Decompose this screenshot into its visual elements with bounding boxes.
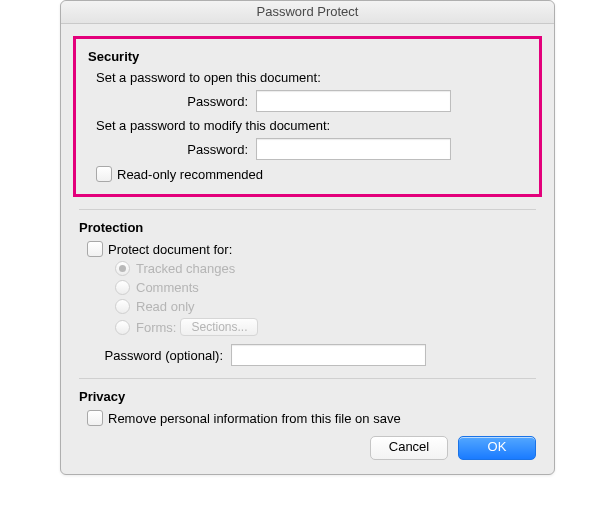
ok-button[interactable]: OK [458,436,536,460]
read-only-radio [115,299,130,314]
forms-label: Forms: [136,320,176,335]
protect-document-for-checkbox[interactable] [87,241,103,257]
protection-heading: Protection [79,220,536,235]
divider [79,209,536,210]
open-password-prompt: Set a password to open this document: [96,70,527,85]
remove-personal-info-label: Remove personal information from this fi… [108,411,401,426]
password-protect-dialog: Password Protect Security Set a password… [60,0,555,475]
cancel-button[interactable]: Cancel [370,436,448,460]
read-only-label: Read only [136,299,195,314]
remove-personal-info-checkbox[interactable] [87,410,103,426]
privacy-heading: Privacy [79,389,536,404]
open-password-label: Password: [88,94,256,109]
tracked-changes-radio [115,261,130,276]
window-title: Password Protect [61,1,554,24]
readonly-recommended-checkbox[interactable] [96,166,112,182]
security-section-highlight: Security Set a password to open this doc… [73,36,542,197]
protect-document-for-label: Protect document for: [108,242,232,257]
forms-radio [115,320,130,335]
divider [79,378,536,379]
modify-password-input[interactable] [256,138,451,160]
security-heading: Security [88,49,527,64]
modify-password-label: Password: [88,142,256,157]
comments-label: Comments [136,280,199,295]
readonly-recommended-label: Read-only recommended [117,167,263,182]
protection-password-input[interactable] [231,344,426,366]
open-password-input[interactable] [256,90,451,112]
comments-radio [115,280,130,295]
modify-password-prompt: Set a password to modify this document: [96,118,527,133]
tracked-changes-label: Tracked changes [136,261,235,276]
sections-button: Sections... [180,318,258,336]
protection-password-label: Password (optional): [87,348,231,363]
